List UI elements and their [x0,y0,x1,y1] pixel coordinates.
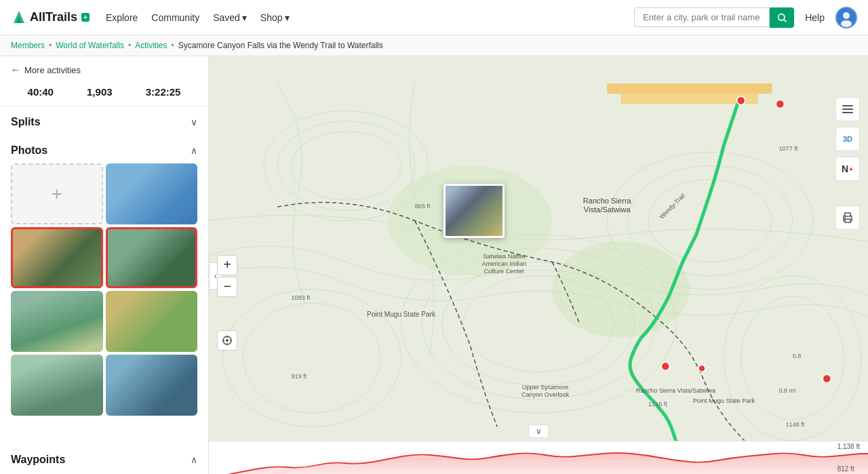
photo-3-highlighted[interactable] [11,227,103,288]
search-button[interactable] [770,7,794,28]
elevation-panel: 1,138 ft 812 ft 0.0 mi 1.0 mi 2.0 mi 3.0… [209,441,868,474]
zoom-out-button[interactable]: − [217,277,237,297]
map-container[interactable]: Rancho Sierra Vista/Satwiwa Satwiwa Nati… [209,56,868,474]
breadcrumb-members[interactable]: Members [11,41,45,50]
stat-duration-value: 3:22:25 [146,86,181,98]
breadcrumb-activities[interactable]: Activities [135,41,167,50]
search-area [634,7,794,28]
svg-rect-54 [845,219,850,222]
breadcrumb-waterfalls[interactable]: World of Waterfalls [56,41,124,50]
breadcrumb-current: Sycamore Canyon Falls via the Wendy Trai… [178,41,383,50]
map-photo-popup[interactable] [443,184,505,238]
svg-point-25 [776,100,784,108]
photo-7[interactable] [11,355,103,416]
map-background: Rancho Sierra Vista/Satwiwa Satwiwa Nati… [209,56,868,474]
main-layout: ← More activities 40:40 1,903 3:22:25 Sp… [0,56,868,474]
svg-line-1 [784,20,786,22]
splits-chevron-icon: ∨ [191,117,197,127]
logo-plus: + [81,13,90,22]
splits-section-header[interactable]: Splits ∨ [0,106,208,135]
waypoints-title: Waypoints [11,454,65,466]
stat-elevation: 1,903 [87,86,113,98]
elevation-high: 1,138 ft [837,443,860,450]
svg-text:919 ft: 919 ft [292,373,307,380]
stat-duration: 3:22:25 [146,86,181,98]
print-button[interactable] [835,205,860,230]
waypoints-chevron-icon: ∧ [191,454,197,465]
svg-text:Satwiwa Native: Satwiwa Native [483,253,525,260]
compass-button[interactable]: N ▲ [835,157,860,181]
location-icon [222,335,233,346]
svg-point-27 [698,365,705,372]
photo-5[interactable] [11,291,103,352]
svg-text:Vista/Satwiwa: Vista/Satwiwa [584,205,631,214]
map-photo-popup-image [446,186,502,236]
logo[interactable]: AllTrails + [11,9,90,26]
svg-point-26 [661,362,669,370]
print-icon [842,212,854,224]
svg-point-57 [226,339,229,342]
map-panel-toggle-button[interactable]: ∨ [528,424,549,438]
back-arrow-icon: ← [11,64,20,75]
svg-rect-50 [842,108,853,110]
svg-point-3 [843,12,850,19]
stats-row: 40:40 1,903 3:22:25 [0,81,208,106]
svg-rect-53 [845,213,850,216]
photos-chevron-icon: ∧ [191,145,197,156]
zoom-in-button[interactable]: + [217,255,237,275]
zoom-controls: + − [217,255,237,297]
svg-rect-7 [607,83,772,94]
search-icon [776,12,787,23]
logo-text: AllTrails [30,10,77,24]
stat-elevation-value: 1,903 [87,86,113,98]
nav-shop[interactable]: Shop ▾ [260,9,290,26]
stat-time: 40:40 [28,86,54,98]
svg-point-24 [737,96,745,104]
photo-6[interactable] [106,291,198,352]
avatar[interactable] [835,7,857,28]
breadcrumb-sep2: • [128,41,131,50]
photos-section-header[interactable]: Photos ∧ [0,135,208,163]
svg-rect-51 [842,112,853,113]
elevation-labels: 1,138 ft 812 ft [837,443,860,473]
saved-chevron-icon: ▾ [242,12,247,23]
svg-text:0.8: 0.8 [793,353,802,359]
photos-grid: + [0,163,208,424]
panel-chevron-icon: ∨ [536,427,542,436]
layers-icon [841,102,854,116]
sidebar: ← More activities 40:40 1,903 3:22:25 Sp… [0,56,209,474]
svg-text:Rancho Sierra Vista/Satwiwa: Rancho Sierra Vista/Satwiwa [636,387,716,394]
svg-text:1148 ft: 1148 ft [786,421,805,428]
main-nav: Explore Community Saved ▾ Shop ▾ [106,9,290,26]
photo-1[interactable] [106,163,198,224]
back-link[interactable]: ← More activities [0,56,208,81]
svg-point-55 [844,217,846,218]
breadcrumb: Members • World of Waterfalls • Activiti… [0,35,868,56]
svg-point-23 [552,241,690,338]
stat-time-value: 40:40 [28,86,54,98]
svg-text:Point Mugu State Park: Point Mugu State Park [693,397,755,404]
layers-button[interactable] [835,97,860,121]
svg-text:1083 ft: 1083 ft [292,294,311,301]
shop-chevron-icon: ▾ [285,12,290,23]
help-link[interactable]: Help [805,12,825,23]
nav-explore[interactable]: Explore [106,9,138,26]
breadcrumb-sep1: • [49,41,52,50]
location-button[interactable] [217,330,237,351]
header-right: Help [805,7,857,28]
3d-button[interactable]: 3D [835,127,860,151]
map-svg: Rancho Sierra Vista/Satwiwa Satwiwa Nati… [209,56,868,474]
svg-text:1077 ft: 1077 ft [778,145,797,152]
nav-community[interactable]: Community [151,9,199,26]
nav-saved[interactable]: Saved ▾ [213,9,247,26]
photo-8[interactable] [106,355,198,416]
svg-text:Upper Sycamore: Upper Sycamore [522,384,568,391]
svg-point-28 [823,374,831,382]
photo-4-highlighted[interactable] [106,227,198,288]
waypoints-section-header[interactable]: Waypoints ∧ [0,444,208,474]
map-controls-right: 3D N ▲ [835,97,860,230]
splits-title: Splits [11,116,41,128]
photo-add-button[interactable]: + [11,163,103,224]
elevation-chart [209,441,868,474]
search-input[interactable] [634,7,770,27]
